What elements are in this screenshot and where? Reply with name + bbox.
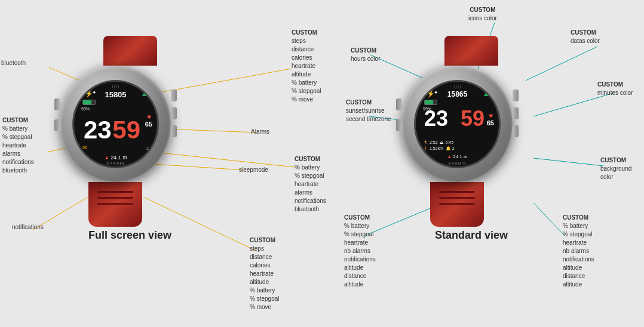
heartrate-right: 65 [487, 119, 494, 127]
distance-left: 24.1 m [111, 155, 127, 161]
annotation-custom-bot-left-right: CUSTOM% battery% stepgoalheartratenb ala… [344, 214, 376, 289]
annotation-alarms: Alarms [251, 128, 269, 135]
annotation-bluetooth-top: bluetooth [1, 60, 26, 66]
svg-line-6 [154, 152, 295, 167]
heartrate-left: 65 [145, 121, 152, 128]
steps-left: 15805 [105, 90, 126, 99]
annotation-custom-minutes: CUSTOMminutes color [597, 81, 633, 97]
svg-line-9 [526, 47, 597, 81]
full-screen-title: Full screen view [88, 229, 171, 242]
annotation-custom-bot-right-right: CUSTOM% battery% stepgoalheartratenb ala… [563, 214, 594, 289]
hours-left: 23 [84, 118, 112, 143]
hours-right: 23 [424, 108, 448, 129]
svg-line-15 [533, 203, 565, 236]
watch-screen-right: | | | | ⚡ ✦ 15865 99% 23 59 ♥ 65 🏃 2:52 … [414, 80, 501, 168]
annotation-custom-background: CUSTOMbackground color [600, 156, 644, 181]
watch-screen-left: | | | | ⚡ ✦ 15805 99% 23 59 ♥ 65 ✉ [72, 80, 159, 168]
watch-case-left: | | | | ⚡ ✦ 15805 99% 23 59 ♥ 65 ✉ [60, 66, 171, 182]
standard-title: Standard view [430, 229, 513, 242]
annotation-custom-bot-right: CUSTOMstepsdistancecaloriesheartratealti… [250, 236, 279, 311]
garmin-right: GARMIN [448, 162, 466, 165]
annotation-notifications-left: notifications [12, 224, 44, 230]
annotation-custom-sunset: CUSTOMsunset/sunrisesecond timezone [346, 98, 391, 124]
annotation-custom-top-right: CUSTOMstepsdistancecaloriesheartratealti… [292, 29, 321, 104]
distance-right: 24.1 m [453, 154, 467, 159]
minutes-left: 59 [112, 118, 140, 143]
garmin-left: GARMIN [106, 162, 124, 165]
watch-case-right: | | | | ⚡ ✦ 15865 99% 23 59 ♥ 65 🏃 2:52 … [402, 66, 513, 182]
minutes-right: 59 [461, 108, 484, 129]
annotation-custom-mid-right: CUSTOM% battery% stepgoalheartratealarms… [295, 155, 326, 214]
battery-left: 99% [81, 107, 90, 111]
annotation-sleepmode: sleepmode [239, 166, 268, 173]
annotation-custom-hours: CUSTOMhours color [351, 47, 380, 63]
standard-watch: | | | | ⚡ ✦ 15865 99% 23 59 ♥ 65 🏃 2:52 … [430, 36, 513, 242]
annotation-custom-icons: CUSTOMicons color [468, 6, 497, 23]
full-screen-watch: | | | | ⚡ ✦ 15805 99% 23 59 ♥ 65 ✉ [88, 36, 171, 242]
svg-line-13 [533, 158, 603, 166]
annotation-custom-left: CUSTOM% battery% stepgoalheartratealarms… [2, 116, 34, 175]
steps-right: 15865 [447, 90, 467, 98]
annotation-custom-datas: CUSTOMdatas color [571, 29, 600, 45]
